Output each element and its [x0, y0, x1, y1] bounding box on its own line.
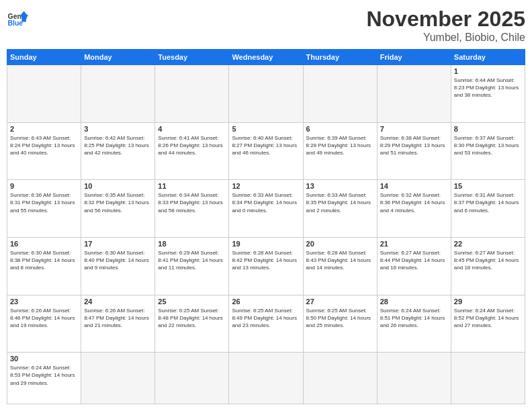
logo: General Blue: [7, 7, 28, 28]
table-row: [229, 65, 303, 123]
day-info: Sunrise: 6:28 AM Sunset: 8:43 PM Dayligh…: [306, 249, 374, 272]
day-info: Sunrise: 6:38 AM Sunset: 8:29 PM Dayligh…: [380, 134, 448, 157]
day-info: Sunrise: 6:25 AM Sunset: 8:49 PM Dayligh…: [232, 307, 300, 330]
table-row: 6Sunrise: 6:39 AM Sunset: 8:28 PM Daylig…: [303, 122, 377, 180]
day-number: 24: [84, 298, 152, 306]
day-number: 23: [10, 298, 78, 306]
table-row: 11Sunrise: 6:34 AM Sunset: 8:33 PM Dayli…: [155, 180, 229, 238]
day-number: 3: [84, 125, 152, 133]
day-info: Sunrise: 6:24 AM Sunset: 8:52 PM Dayligh…: [454, 307, 522, 330]
day-info: Sunrise: 6:26 AM Sunset: 8:46 PM Dayligh…: [10, 307, 78, 330]
day-number: 6: [306, 125, 374, 133]
header-saturday: Saturday: [451, 50, 525, 65]
header-thursday: Thursday: [303, 50, 377, 65]
table-row: 23Sunrise: 6:26 AM Sunset: 8:46 PM Dayli…: [7, 295, 81, 353]
day-number: 27: [306, 298, 374, 306]
table-row: 9Sunrise: 6:36 AM Sunset: 8:31 PM Daylig…: [7, 180, 81, 238]
day-info: Sunrise: 6:24 AM Sunset: 8:53 PM Dayligh…: [10, 364, 78, 387]
day-info: Sunrise: 6:42 AM Sunset: 8:25 PM Dayligh…: [84, 134, 152, 157]
table-row: 27Sunrise: 6:25 AM Sunset: 8:50 PM Dayli…: [303, 295, 377, 353]
day-info: Sunrise: 6:37 AM Sunset: 8:30 PM Dayligh…: [454, 134, 522, 157]
day-info: Sunrise: 6:41 AM Sunset: 8:26 PM Dayligh…: [158, 134, 226, 157]
day-number: 10: [84, 182, 152, 190]
day-number: 15: [454, 182, 522, 190]
day-number: 5: [232, 125, 300, 133]
day-info: Sunrise: 6:31 AM Sunset: 8:37 PM Dayligh…: [454, 191, 522, 214]
day-number: 26: [232, 298, 300, 306]
day-info: Sunrise: 6:39 AM Sunset: 8:28 PM Dayligh…: [306, 134, 374, 157]
day-number: 22: [454, 240, 522, 248]
day-info: Sunrise: 6:44 AM Sunset: 8:23 PM Dayligh…: [454, 77, 522, 99]
location: Yumbel, Biobio, Chile: [366, 32, 525, 44]
day-number: 13: [306, 182, 374, 190]
day-info: Sunrise: 6:25 AM Sunset: 8:48 PM Dayligh…: [158, 307, 226, 330]
table-row: 4Sunrise: 6:41 AM Sunset: 8:26 PM Daylig…: [155, 122, 229, 180]
day-number: 30: [10, 355, 78, 363]
day-info: Sunrise: 6:27 AM Sunset: 8:44 PM Dayligh…: [380, 249, 448, 272]
table-row: 1Sunrise: 6:44 AM Sunset: 8:23 PM Daylig…: [451, 65, 525, 123]
table-row: 19Sunrise: 6:28 AM Sunset: 8:42 PM Dayli…: [229, 237, 303, 295]
day-number: 8: [454, 125, 522, 133]
table-row: 29Sunrise: 6:24 AM Sunset: 8:52 PM Dayli…: [451, 295, 525, 353]
table-row: 5Sunrise: 6:40 AM Sunset: 8:27 PM Daylig…: [229, 122, 303, 180]
page: General Blue November 2025 Yumbel, Biobi…: [0, 0, 532, 411]
day-number: 2: [10, 125, 78, 133]
table-row: 14Sunrise: 6:32 AM Sunset: 8:36 PM Dayli…: [377, 180, 451, 238]
day-info: Sunrise: 6:34 AM Sunset: 8:33 PM Dayligh…: [158, 191, 226, 214]
table-row: [303, 353, 377, 404]
table-row: 10Sunrise: 6:35 AM Sunset: 8:32 PM Dayli…: [81, 180, 155, 238]
table-row: 26Sunrise: 6:25 AM Sunset: 8:49 PM Dayli…: [229, 295, 303, 353]
table-row: 21Sunrise: 6:27 AM Sunset: 8:44 PM Dayli…: [377, 237, 451, 295]
table-row: 12Sunrise: 6:33 AM Sunset: 8:34 PM Dayli…: [229, 180, 303, 238]
table-row: 17Sunrise: 6:30 AM Sunset: 8:40 PM Dayli…: [81, 237, 155, 295]
table-row: [377, 65, 451, 123]
day-info: Sunrise: 6:32 AM Sunset: 8:36 PM Dayligh…: [380, 191, 448, 214]
day-number: 4: [158, 125, 226, 133]
table-row: [377, 353, 451, 404]
day-number: 1: [454, 67, 522, 75]
day-number: 11: [158, 182, 226, 190]
month-title: November 2025: [366, 7, 525, 32]
header: General Blue November 2025 Yumbel, Biobi…: [7, 7, 525, 44]
logo-icon: General Blue: [7, 7, 28, 28]
table-row: 15Sunrise: 6:31 AM Sunset: 8:37 PM Dayli…: [451, 180, 525, 238]
header-tuesday: Tuesday: [155, 50, 229, 65]
table-row: [451, 353, 525, 404]
table-row: 28Sunrise: 6:24 AM Sunset: 8:51 PM Dayli…: [377, 295, 451, 353]
svg-text:Blue: Blue: [8, 19, 24, 27]
title-section: November 2025 Yumbel, Biobio, Chile: [366, 7, 525, 44]
day-info: Sunrise: 6:30 AM Sunset: 8:38 PM Dayligh…: [10, 249, 78, 272]
day-number: 21: [380, 240, 448, 248]
day-number: 12: [232, 182, 300, 190]
day-number: 25: [158, 298, 226, 306]
table-row: 24Sunrise: 6:26 AM Sunset: 8:47 PM Dayli…: [81, 295, 155, 353]
day-info: Sunrise: 6:29 AM Sunset: 8:41 PM Dayligh…: [158, 249, 226, 272]
table-row: [229, 353, 303, 404]
day-info: Sunrise: 6:28 AM Sunset: 8:42 PM Dayligh…: [232, 249, 300, 272]
header-monday: Monday: [81, 50, 155, 65]
day-number: 29: [454, 298, 522, 306]
day-info: Sunrise: 6:25 AM Sunset: 8:50 PM Dayligh…: [306, 307, 374, 330]
day-number: 19: [232, 240, 300, 248]
table-row: 16Sunrise: 6:30 AM Sunset: 8:38 PM Dayli…: [7, 237, 81, 295]
day-number: 7: [380, 125, 448, 133]
header-sunday: Sunday: [7, 50, 81, 65]
table-row: 22Sunrise: 6:27 AM Sunset: 8:45 PM Dayli…: [451, 237, 525, 295]
day-number: 17: [84, 240, 152, 248]
day-number: 16: [10, 240, 78, 248]
table-row: 2Sunrise: 6:43 AM Sunset: 8:24 PM Daylig…: [7, 122, 81, 180]
calendar: Sunday Monday Tuesday Wednesday Thursday…: [7, 49, 525, 404]
table-row: [81, 353, 155, 404]
header-friday: Friday: [377, 50, 451, 65]
day-info: Sunrise: 6:43 AM Sunset: 8:24 PM Dayligh…: [10, 134, 78, 157]
day-number: 28: [380, 298, 448, 306]
table-row: [303, 65, 377, 123]
day-info: Sunrise: 6:36 AM Sunset: 8:31 PM Dayligh…: [10, 191, 78, 214]
table-row: [155, 65, 229, 123]
day-number: 20: [306, 240, 374, 248]
day-info: Sunrise: 6:40 AM Sunset: 8:27 PM Dayligh…: [232, 134, 300, 157]
day-info: Sunrise: 6:33 AM Sunset: 8:34 PM Dayligh…: [232, 191, 300, 214]
table-row: 30Sunrise: 6:24 AM Sunset: 8:53 PM Dayli…: [7, 353, 81, 404]
day-info: Sunrise: 6:35 AM Sunset: 8:32 PM Dayligh…: [84, 191, 152, 214]
table-row: 18Sunrise: 6:29 AM Sunset: 8:41 PM Dayli…: [155, 237, 229, 295]
